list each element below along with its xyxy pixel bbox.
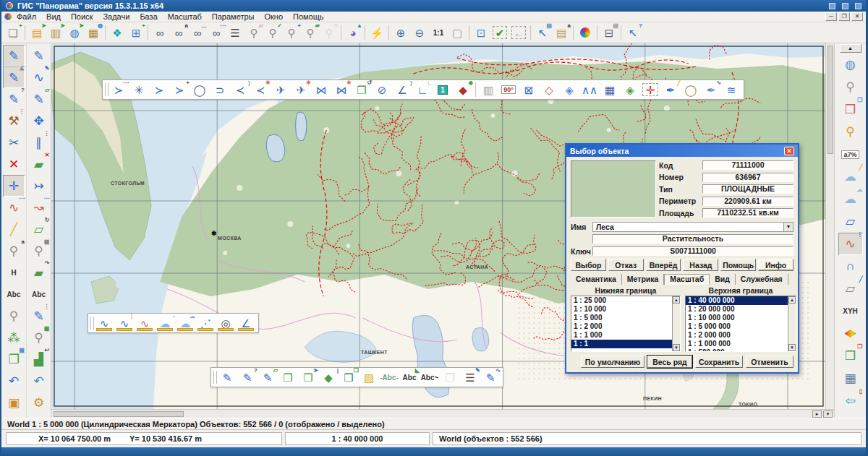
scroll-down-icon[interactable]: ▼ xyxy=(788,344,796,351)
scale-box[interactable]: 1 : 40 000 000 xyxy=(285,432,430,445)
delete-object-button[interactable]: ✕ xyxy=(3,153,25,175)
exit-task-button[interactable]: ⇦▯ xyxy=(838,390,863,412)
menu-item-файл[interactable]: Файл xyxy=(12,12,41,21)
split-object-button[interactable]: ≺) xyxy=(230,81,250,98)
measure-curve-button[interactable]: ∿ xyxy=(135,314,155,332)
calculator-button[interactable]: ▦ xyxy=(838,367,863,390)
measure-radius-button[interactable]: ◎ xyxy=(216,314,236,332)
tab-вид[interactable]: Вид xyxy=(710,274,736,285)
diamond-fill-button[interactable]: ◈ xyxy=(620,81,640,98)
map-layers-button[interactable]: ❖ xyxy=(108,24,127,41)
semantics-copy-button[interactable]: ▤a xyxy=(552,24,571,41)
edit-help-button[interactable]: ✎? xyxy=(3,88,25,110)
scale-option-1 : 25 000[interactable]: 1 : 25 000 xyxy=(571,296,680,305)
scale-option-1 : 10 000[interactable]: 1 : 10 000 xyxy=(571,305,680,314)
profile-button[interactable]: ∩ xyxy=(838,255,863,278)
structure-tree-button[interactable]: ⁂ xyxy=(3,327,25,348)
menu-item-задачи[interactable]: Задачи xyxy=(98,12,135,21)
action-button-инфо[interactable]: Инфо xyxy=(758,259,793,271)
merge-nodes-button[interactable]: ✳ xyxy=(129,81,149,98)
action-button-помощь[interactable]: Помощь xyxy=(720,259,756,271)
draw-line-button[interactable]: ✎ xyxy=(28,45,50,66)
scale-option-1 : 500 000[interactable]: 1 : 500 000 xyxy=(686,348,796,352)
select-map-objects-button[interactable]: ⚲▰ xyxy=(301,24,320,41)
view-window-button[interactable]: ⊡ xyxy=(472,24,490,41)
horizontal-scroll-thumb[interactable] xyxy=(54,411,184,417)
panel-scroll-up-button[interactable]: ▲ xyxy=(840,44,861,53)
grid-object-button[interactable]: ▦ xyxy=(600,81,620,98)
river-smooth-button[interactable]: ≋ xyxy=(721,81,741,98)
palette-button[interactable] xyxy=(576,24,595,41)
highlight-square-button[interactable]: ⚲▦ xyxy=(28,327,50,348)
zoom-in-button[interactable]: ⊕ xyxy=(391,24,410,41)
action-button-отказ[interactable]: Отказ xyxy=(608,259,644,271)
edit-create-button[interactable]: ✎ xyxy=(3,45,25,66)
upper-bound-list[interactable]: 1 : 40 000 0001 : 20 000 0001 : 10 000 0… xyxy=(685,296,796,352)
draw-spline-button[interactable]: ∿✎ xyxy=(28,66,50,88)
titlebar-maximize-button[interactable] xyxy=(842,3,848,9)
section-button[interactable]: ▱╱ xyxy=(838,278,863,300)
xyh-button[interactable]: XYH xyxy=(838,300,863,322)
edit-topology-button[interactable]: ≻⋯ xyxy=(109,81,129,98)
create-area-button[interactable]: ✎▱ xyxy=(258,369,278,386)
name-combo[interactable]: Леса ▼ xyxy=(592,222,793,232)
join-auto-button[interactable]: ⋈✳ xyxy=(331,81,352,98)
scroll-down-icon[interactable]: ▼ xyxy=(673,344,680,351)
zoom-frame-button[interactable]: ▢ xyxy=(448,24,467,41)
map-horizontal-scrollbar[interactable]: ▸ ▾ xyxy=(51,409,834,418)
combo-arrow-icon[interactable]: ▼ xyxy=(783,223,793,231)
menu-item-параметры[interactable]: Параметры xyxy=(207,12,260,21)
scale-option-1 : 1 000 000[interactable]: 1 : 1 000 000 xyxy=(686,340,796,348)
link-objects-button[interactable]: ◆◆ xyxy=(453,81,473,98)
map-scale-dropdown-button[interactable]: ▾ xyxy=(823,410,833,418)
view-3d-button[interactable]: ◕▲ xyxy=(344,24,362,41)
add-node-button[interactable]: ≻+ xyxy=(169,81,190,98)
object-list-button[interactable]: ☰ xyxy=(226,24,244,41)
child-minimize-button[interactable]: ─ xyxy=(825,12,837,21)
highlight-type-button[interactable]: ⚲▦ xyxy=(28,240,50,262)
split-auto-button[interactable]: ≺✳ xyxy=(250,81,271,98)
circle-by-radius-button[interactable]: ⊘ xyxy=(372,81,392,98)
edit-nodes-button[interactable]: ✛ xyxy=(3,175,25,197)
symbol-tools-button[interactable]: ⚒⋮ xyxy=(3,110,25,132)
pen-curve-button[interactable]: ✒∿ xyxy=(701,81,721,98)
highlight-flash-button[interactable]: ⚲ xyxy=(838,121,863,143)
bottom-button-отменить[interactable]: Отменить xyxy=(746,356,793,368)
ellipse-object-button[interactable]: ◯ xyxy=(681,81,701,98)
image-gallery-button[interactable]: ▣ xyxy=(3,392,25,413)
measure-polyline-button[interactable]: ⋰ xyxy=(195,314,216,332)
scale-option-1 : 1[interactable]: 1 : 1 xyxy=(571,340,680,348)
bottom-button-весь ряд[interactable]: Весь ряд xyxy=(647,356,692,368)
print-button[interactable]: ⊟▤ xyxy=(600,24,618,41)
percent-stats-button[interactable]: a7% xyxy=(838,143,863,165)
map-vertical-scrollbar[interactable] xyxy=(825,43,834,409)
steps-tool-button[interactable]: ▟↩ xyxy=(28,348,50,370)
merge-objects-button[interactable]: ❒❒ xyxy=(339,369,359,386)
object-info-button[interactable]: ↖▤ xyxy=(533,24,552,41)
vertical-scroll-thumb[interactable] xyxy=(827,46,833,154)
menu-item-помощь[interactable]: Помощь xyxy=(288,12,329,21)
map-scroll-right-button[interactable]: ▸ xyxy=(812,410,822,418)
menu-item-масштаб[interactable]: Масштаб xyxy=(163,12,207,21)
copy-to-map-button[interactable]: ❐▦ xyxy=(3,348,25,370)
previous-view-button[interactable]: ← xyxy=(509,24,528,41)
select-by-area-button[interactable]: ⚲▱ xyxy=(244,24,263,41)
tab-служебная[interactable]: Служебная xyxy=(736,274,788,285)
child-restore-button[interactable]: ❐ xyxy=(838,12,850,21)
polygon-metrics-button[interactable]: ▱ xyxy=(838,210,863,233)
open-project-button[interactable]: ▦◍ xyxy=(84,24,103,41)
tab-метрика[interactable]: Метрика xyxy=(622,274,665,285)
open-map-button[interactable]: ▤➤ xyxy=(27,24,46,41)
smooth-object-button[interactable]: ✈ xyxy=(271,81,291,98)
create-spline-button[interactable]: ✎∿ xyxy=(480,369,501,386)
scale-option-1 : 2 000[interactable]: 1 : 2 000 xyxy=(571,322,680,331)
compare-rects-button[interactable]: ❒❒ xyxy=(838,98,863,121)
scale-option-1 : 1 000[interactable]: 1 : 1 000 xyxy=(571,331,680,340)
dialog-close-icon[interactable]: ✕ xyxy=(784,147,794,155)
find-next-button[interactable]: ∞… xyxy=(188,24,207,41)
create-map-button[interactable]: ❏+ xyxy=(4,24,22,41)
tab-семантика[interactable]: Семантика xyxy=(571,274,622,285)
select-by-condition-button[interactable]: ⚲✓ xyxy=(263,24,282,41)
map-fragments-button[interactable]: ❒❒ xyxy=(838,345,863,367)
measure-distance-button[interactable]: ∿ xyxy=(94,314,114,332)
